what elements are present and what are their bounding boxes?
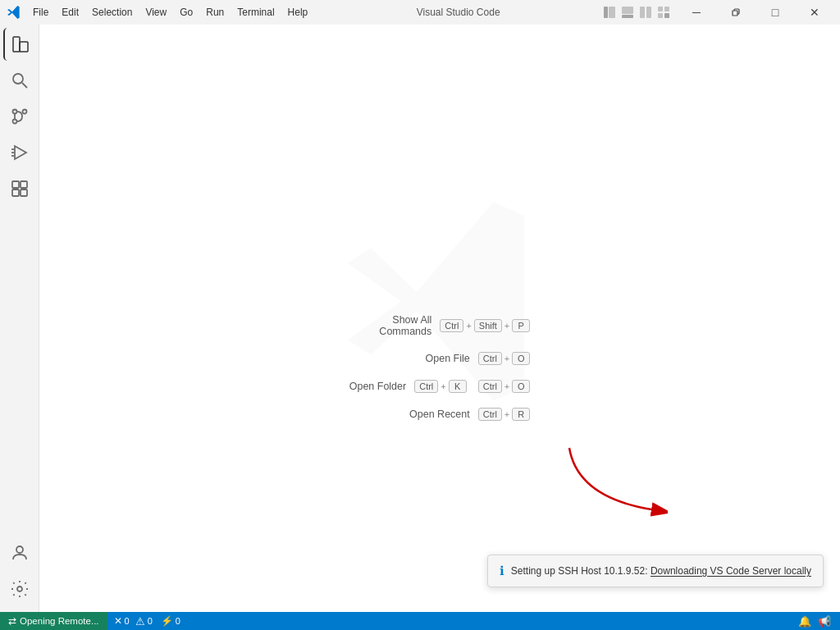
source-control-activity-icon[interactable] (3, 100, 36, 133)
open-folder-label: Open Folder (349, 381, 406, 392)
ctrl-key4: Ctrl (478, 380, 502, 393)
open-file-label: Open File (426, 353, 470, 364)
ctrl-key3: Ctrl (414, 380, 438, 393)
warning-icon: ⚠ (135, 615, 145, 628)
show-all-commands-shortcut: Ctrl + Shift + P (440, 319, 530, 332)
svg-point-13 (13, 74, 23, 84)
notification-info-icon: ℹ (500, 564, 504, 578)
svg-rect-11 (13, 37, 20, 52)
menu-view[interactable]: View (139, 5, 173, 20)
notification-popup[interactable]: ℹ Setting up SSH Host 10.1.9.52: Downloa… (487, 555, 824, 587)
menu-bar: File Edit Selection View Go Run Terminal… (26, 5, 314, 20)
settings-activity-icon[interactable] (3, 573, 36, 605)
o-key2: O (512, 380, 530, 393)
ctrl-key2: Ctrl (478, 352, 502, 365)
statusbar-info[interactable]: ⚡ 0 (161, 615, 180, 627)
open-recent-row: Open Recent Ctrl + R (409, 408, 530, 421)
svg-point-28 (17, 587, 22, 591)
app-body: Show AllCommands Ctrl + Shift + P Open F… (0, 25, 840, 612)
k-key: K (449, 380, 467, 393)
svg-point-27 (16, 546, 23, 553)
shift-key: Shift (474, 319, 502, 332)
broadcast-icon[interactable]: 📢 (815, 612, 833, 630)
layout-icons (602, 5, 671, 20)
open-folder-row: Open Folder Ctrl + K Ctrl + O (349, 380, 531, 393)
search-activity-icon[interactable] (3, 64, 36, 97)
error-count: 0 (125, 616, 130, 626)
remote-label: Opening Remote... (20, 616, 99, 626)
svg-rect-26 (21, 189, 27, 196)
menu-run[interactable]: Run (199, 5, 231, 20)
menu-selection[interactable]: Selection (85, 5, 139, 20)
svg-rect-6 (658, 7, 663, 11)
app-title: Visual Studio Code (314, 7, 602, 18)
statusbar-errors[interactable]: ✕ 0 ⚠ 0 (114, 615, 153, 628)
statusbar: ⇄ Opening Remote... ✕ 0 ⚠ 0 ⚡ 0 🔔 📢 (0, 612, 840, 630)
layout-sidebar-icon[interactable] (602, 5, 617, 20)
svg-rect-12 (20, 42, 28, 52)
menu-help[interactable]: Help (281, 5, 315, 20)
minimize-button[interactable]: ─ (678, 0, 715, 25)
svg-rect-3 (622, 15, 633, 18)
statusbar-right: 🔔 📢 (796, 612, 840, 630)
red-arrow-indicator (553, 440, 668, 522)
svg-rect-2 (622, 7, 633, 14)
open-file-row: Open File Ctrl + O (426, 352, 531, 365)
account-activity-icon[interactable] (3, 536, 36, 569)
remote-icon: ⇄ (8, 615, 16, 627)
layout-customize-icon[interactable] (656, 5, 671, 20)
info-count: 0 (176, 616, 180, 626)
notifications-bell-icon[interactable]: 🔔 (796, 612, 814, 630)
run-debug-activity-icon[interactable] (3, 136, 36, 169)
restore-button[interactable] (717, 0, 755, 25)
r-key: R (512, 408, 530, 421)
show-all-commands-row: Show AllCommands Ctrl + Shift + P (379, 314, 530, 337)
maximize-button[interactable]: □ (756, 0, 794, 25)
svg-rect-5 (646, 7, 651, 18)
open-recent-label: Open Recent (409, 409, 470, 420)
close-button[interactable]: ✕ (796, 0, 833, 25)
error-icon: ✕ (114, 615, 122, 627)
open-folder-shortcut: Ctrl + K Ctrl + O (414, 380, 530, 393)
notification-underline-text: Downloading VS Code Server locally (651, 565, 811, 577)
svg-rect-8 (658, 13, 663, 18)
layout-panel-icon[interactable] (620, 5, 635, 20)
window-controls: ─ □ ✕ (678, 0, 833, 25)
ctrl-key: Ctrl (440, 319, 463, 332)
svg-line-14 (22, 83, 27, 88)
menu-terminal[interactable]: Terminal (231, 5, 281, 20)
main-content: Show AllCommands Ctrl + Shift + P Open F… (39, 25, 840, 612)
open-recent-shortcut: Ctrl + R (478, 408, 531, 421)
svg-point-15 (12, 110, 16, 114)
svg-rect-9 (664, 13, 669, 18)
svg-point-17 (22, 110, 26, 114)
show-all-commands-label: Show AllCommands (379, 314, 431, 337)
svg-rect-1 (609, 7, 615, 18)
statusbar-diagnostics: ✕ 0 ⚠ 0 ⚡ 0 (107, 615, 187, 628)
p-key: P (512, 319, 530, 332)
svg-rect-10 (733, 11, 737, 16)
explorer-activity-icon[interactable] (3, 28, 36, 61)
ctrl-key5: Ctrl (478, 408, 502, 421)
svg-rect-24 (21, 181, 27, 188)
notification-text: Setting up SSH Host 10.1.9.52: Downloadi… (511, 564, 811, 578)
menu-file[interactable]: File (26, 5, 55, 20)
svg-marker-19 (15, 146, 26, 159)
svg-point-16 (12, 120, 16, 124)
welcome-shortcuts: Show AllCommands Ctrl + Shift + P Open F… (349, 314, 531, 421)
titlebar: File Edit Selection View Go Run Terminal… (0, 0, 840, 25)
svg-rect-23 (12, 181, 19, 188)
statusbar-left: ⇄ Opening Remote... ✕ 0 ⚠ 0 ⚡ 0 (0, 612, 187, 630)
activity-bar (0, 25, 39, 612)
info-icon: ⚡ (161, 615, 173, 627)
svg-rect-25 (12, 189, 19, 196)
svg-rect-4 (640, 7, 645, 18)
open-file-shortcut: Ctrl + O (478, 352, 531, 365)
layout-split-icon[interactable] (638, 5, 653, 20)
remote-status[interactable]: ⇄ Opening Remote... (0, 612, 107, 630)
menu-go[interactable]: Go (173, 5, 199, 20)
vscode-logo-icon (7, 5, 21, 20)
extensions-activity-icon[interactable] (3, 172, 36, 205)
svg-rect-0 (604, 7, 608, 18)
menu-edit[interactable]: Edit (55, 5, 85, 20)
